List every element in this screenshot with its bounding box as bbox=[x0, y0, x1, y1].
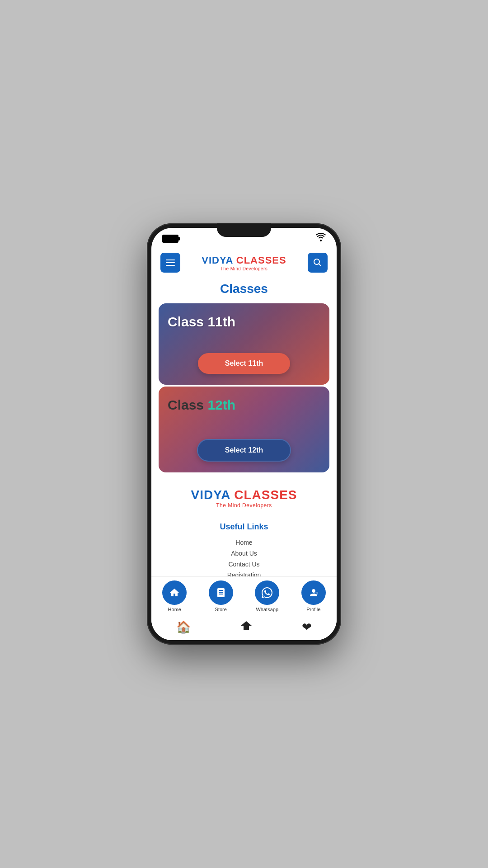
profile-nav-icon bbox=[301, 580, 326, 605]
footer-logo: VIDYA CLASSES The Mind Developers bbox=[151, 474, 337, 513]
nav-home[interactable]: Home bbox=[162, 580, 187, 612]
svg-point-0 bbox=[314, 259, 319, 264]
whatsapp-nav-icon bbox=[255, 580, 279, 605]
footer-logo-vidya: VIDYA bbox=[191, 488, 230, 502]
store-nav-icon bbox=[209, 580, 233, 605]
nav-store[interactable]: Store bbox=[209, 580, 233, 612]
header: VIDYA CLASSES The Mind Developers bbox=[151, 247, 337, 278]
logo: VIDYA CLASSES The Mind Developers bbox=[180, 255, 308, 271]
nav-home-label: Home bbox=[168, 607, 181, 612]
home-nav-icon bbox=[162, 580, 187, 605]
logo-vidya: VIDYA bbox=[202, 255, 233, 266]
logo-tagline: The Mind Developers bbox=[180, 266, 308, 271]
link-about[interactable]: About Us bbox=[151, 548, 337, 559]
nav-whatsapp[interactable]: Whatsapp bbox=[255, 580, 279, 612]
search-button[interactable] bbox=[308, 253, 328, 273]
app-content: VIDYA CLASSES The Mind Developers Classe… bbox=[151, 247, 337, 576]
class-11-title: Class 11th bbox=[168, 314, 235, 330]
phone-home-icon: 🏠 bbox=[176, 620, 191, 634]
menu-button[interactable] bbox=[160, 253, 180, 273]
nav-whatsapp-label: Whatsapp bbox=[256, 607, 278, 612]
nav-profile-label: Profile bbox=[306, 607, 320, 612]
useful-links-list: Home About Us Contact Us Registration Pr… bbox=[151, 537, 337, 576]
link-contact[interactable]: Contact Us bbox=[151, 559, 337, 570]
battery-icon bbox=[162, 235, 178, 243]
phone-nav-icon bbox=[240, 619, 253, 635]
class-12-title: Class 12th bbox=[168, 397, 235, 413]
footer-logo-classes: CLASSES bbox=[234, 488, 297, 502]
nav-profile[interactable]: Profile bbox=[301, 580, 326, 612]
bottom-nav: Home Store Whatsapp bbox=[151, 576, 337, 616]
select-12-button[interactable]: Select 12th bbox=[197, 439, 291, 462]
cards-section: Class 11th Select 11th Class 12th Select… bbox=[151, 303, 337, 474]
page-title: Classes bbox=[151, 278, 337, 303]
phone-heart-icon: ❤ bbox=[302, 620, 312, 634]
class-11-card[interactable]: Class 11th Select 11th bbox=[159, 303, 329, 385]
select-11-button[interactable]: Select 11th bbox=[198, 353, 290, 374]
link-home[interactable]: Home bbox=[151, 537, 337, 548]
useful-links-title: Useful Links bbox=[151, 522, 337, 532]
useful-links-section: Useful Links Home About Us Contact Us Re… bbox=[151, 513, 337, 576]
class-12-card[interactable]: Class 12th Select 12th bbox=[159, 387, 329, 472]
phone-bottom-bar: 🏠 ❤ bbox=[151, 616, 337, 640]
footer-logo-tagline: The Mind Developers bbox=[151, 502, 337, 509]
link-registration[interactable]: Registration bbox=[151, 570, 337, 576]
logo-classes: CLASSES bbox=[236, 255, 286, 266]
nav-store-label: Store bbox=[215, 607, 227, 612]
wifi-icon bbox=[316, 233, 326, 244]
